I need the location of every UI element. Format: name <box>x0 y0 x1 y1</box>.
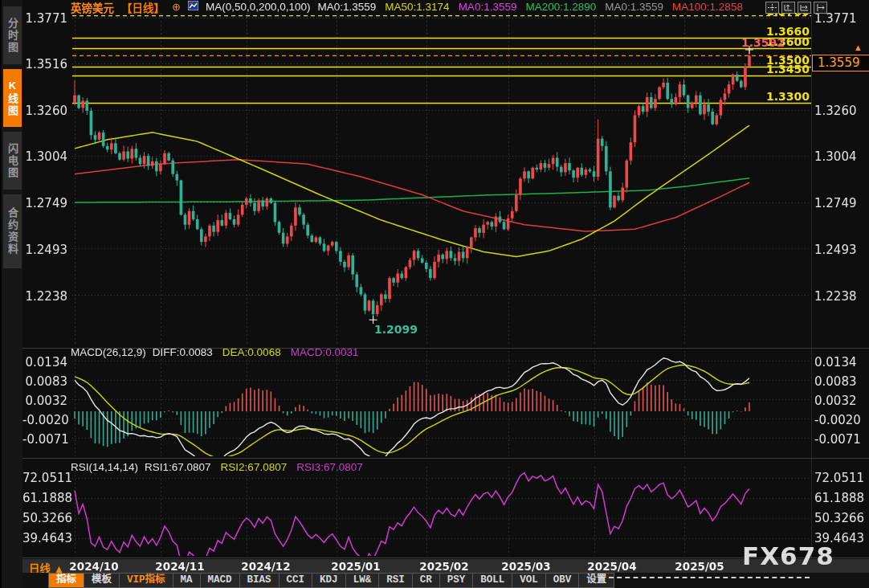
symbol-name: 英镑美元 <box>71 0 114 15</box>
macd-axis-left-label: -0.0071 <box>22 432 67 447</box>
ma-value-readout: MA0:1.3559 <box>459 1 517 13</box>
month-label: 2024/10 <box>69 560 118 573</box>
rsi-axis-left-label: 39.4643 <box>22 531 67 545</box>
toolbar-button-MACD[interactable]: MACD <box>201 573 240 588</box>
rsi-params: RSI(14,14,14) <box>71 461 138 473</box>
rsi1-value: RSI1:67.0807 <box>145 461 211 473</box>
price-axis-right-label: 1.2238 <box>814 289 857 304</box>
price-axis-right-label: 1.3260 <box>814 104 857 118</box>
auto-scale-y-icon[interactable] <box>781 2 795 14</box>
toolbar-button-BIAS[interactable]: BIAS <box>240 573 279 588</box>
ma-value-readout: MA200:1.2890 <box>525 1 596 13</box>
toolbar-button-RSI[interactable]: RSI <box>379 573 413 588</box>
price-axis-left-label: 1.3004 <box>22 149 67 164</box>
toolbar-button-CCI[interactable]: CCI <box>279 573 313 588</box>
price-axis-left-label: 1.3260 <box>22 104 67 118</box>
month-label: 2025/02 <box>419 560 468 573</box>
month-label: 2024/11 <box>155 560 204 573</box>
toolbar-button-指标[interactable]: 指标 <box>48 573 84 588</box>
swing-high-label: 1.3592 <box>739 36 785 49</box>
current-price-box: 1.3559 <box>812 55 869 71</box>
period-tag: 【日线】 <box>121 0 165 15</box>
macd-axis-right-label: -0.0071 <box>814 432 861 447</box>
toolbar-button-CR[interactable]: CR <box>413 573 440 588</box>
panel-separator-rsi <box>22 458 869 459</box>
macd-axis-left-label: 0.0083 <box>22 374 67 389</box>
ma-value-readout: MA100:1.2858 <box>672 1 743 13</box>
sidebar-tab-2[interactable]: K线图 <box>3 69 22 127</box>
price-axis-right-label: 1.2493 <box>814 243 857 257</box>
macd-axis-right-label: 0.0134 <box>814 355 857 370</box>
rsi-axis-left-label: 72.0511 <box>22 471 67 485</box>
chart-type-icon[interactable] <box>188 1 198 13</box>
toolbar-button-KDJ[interactable]: KDJ <box>312 573 346 588</box>
chart-type-sidebar: 分时图K线图闪电图合约资料 <box>0 0 22 588</box>
ma-value-readout: MA0:1.3559 <box>605 1 663 13</box>
toolbar-button-VOL[interactable]: VOL <box>512 573 546 588</box>
toolbar-button-BOLL[interactable]: BOLL <box>473 573 512 588</box>
toolbar-button-设置[interactable]: 设置 <box>579 573 614 588</box>
toolbar-button-OBV[interactable]: OBV <box>546 573 580 588</box>
macd-axis-right-label: 0.0083 <box>814 374 857 389</box>
brand-watermark: FX678 <box>742 541 834 570</box>
macd-axis-left-label: -0.0020 <box>22 413 67 427</box>
indicator-toolbar: 指标模板VIP指标MAMACDBIASCCIKDJLW&RSICRPSYBOLL… <box>0 573 869 588</box>
rsi-axis-left-label: 50.3266 <box>22 511 67 525</box>
level-line-label: 1.3450 <box>736 63 810 76</box>
macd-axis-right-label: -0.0020 <box>814 413 861 427</box>
time-axis-strip: 日线 ▲ 2024/102024/112024/122025/012025/02… <box>0 559 869 573</box>
macd-diff-value: DIFF:0.0083 <box>153 346 213 358</box>
sidebar-tab-1[interactable]: 分时图 <box>3 6 22 64</box>
month-label: 2025/03 <box>501 560 550 573</box>
rsi-axis-left-label: 61.1888 <box>22 491 67 505</box>
level-line-label: 1.3300 <box>736 90 810 103</box>
ma-value-readout: MA50:1.3174 <box>385 1 449 13</box>
macd-indicator-header: MACD(26,12,9) DIFF:0.0083 DEA:0.0068 MAC… <box>71 346 358 358</box>
sidebar-tab-4[interactable]: 合约资料 <box>3 194 22 268</box>
price-axis-left-label: 1.3771 <box>22 11 67 26</box>
swing-low-label: 1.2099 <box>374 323 418 336</box>
macd-axis-left-label: 0.0032 <box>22 394 67 408</box>
auto-scale-x-icon[interactable] <box>798 2 811 14</box>
axis-tick-dashes <box>609 577 810 578</box>
month-label: 2025/04 <box>587 560 636 573</box>
ma-values: MA0:1.3559MA50:1.3174MA0:1.3559MA200:1.2… <box>318 1 743 13</box>
macd-params: MACD(26,12,9) <box>71 346 146 358</box>
toolbar-button-模板[interactable]: 模板 <box>84 573 120 588</box>
macd-axis-right-label: 0.0032 <box>814 394 857 408</box>
rsi3-value: RSI3:67.0807 <box>296 461 363 473</box>
rsi-indicator-header: RSI(14,14,14) RSI1:67.0807 RSI2:67.0807 … <box>71 461 363 473</box>
macd-axis-left-label: 0.0134 <box>22 355 67 370</box>
chart-header: 英镑美元 【日线】 ⊕ MA(0,50,0,200,0,100) MA0:1.3… <box>71 0 743 14</box>
expand-icon[interactable]: ⊕ <box>172 1 181 13</box>
rsi-axis-right-label: 50.3266 <box>814 511 864 525</box>
month-label: 2025/01 <box>331 560 380 573</box>
rsi2-value: RSI2:67.0807 <box>221 461 288 473</box>
month-label: 2025/05 <box>675 560 724 573</box>
price-axis-left-label: 1.3516 <box>22 57 67 71</box>
toolbar-button-VIP指标[interactable]: VIP指标 <box>120 573 173 588</box>
go-to-latest-icon[interactable] <box>814 2 827 14</box>
price-axis-left-label: 1.2238 <box>22 289 67 304</box>
toolbar-button-LW&[interactable]: LW& <box>346 573 380 588</box>
sidebar-tab-3[interactable]: 闪电图 <box>3 132 22 190</box>
price-up-arrow-icon: ▲ <box>854 43 863 52</box>
header-toolbar-icons <box>765 2 827 14</box>
candlestick-chart-canvas[interactable] <box>0 0 869 588</box>
macd-dea-value: DEA:0.0068 <box>222 346 281 358</box>
month-label: 2024/12 <box>241 560 290 573</box>
price-axis-right-label: 1.2749 <box>814 196 857 210</box>
price-axis-left-label: 1.2749 <box>22 196 67 210</box>
toolbar-button-MA[interactable]: MA <box>173 573 201 588</box>
move-tool-icon[interactable] <box>765 2 779 14</box>
macd-macd-value: MACD:0.0031 <box>291 346 359 358</box>
rsi-axis-right-label: 72.0511 <box>814 471 864 485</box>
plot-right-border <box>811 11 812 557</box>
price-axis-left-label: 1.2493 <box>22 243 67 257</box>
price-axis-right-label: 1.3004 <box>814 149 857 164</box>
rsi-axis-right-label: 61.1888 <box>814 491 864 505</box>
ma-value-readout: MA0:1.3559 <box>318 1 377 13</box>
ma-params: MA(0,50,0,200,0,100) <box>206 1 311 13</box>
trading-app-window: 分时图K线图闪电图合约资料 英镑美元 【日线】 ⊕ MA(0,50,0,200,… <box>0 0 869 588</box>
toolbar-button-PSY[interactable]: PSY <box>440 573 474 588</box>
